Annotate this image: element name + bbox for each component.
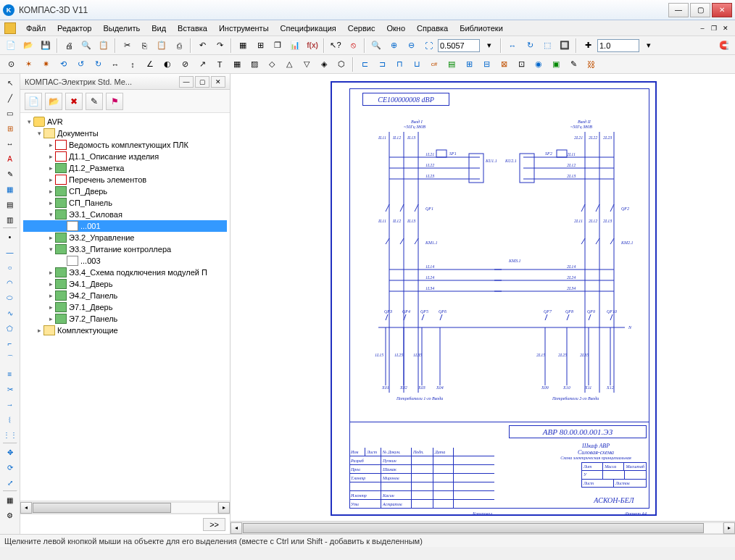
menu-editor[interactable]: Редактор [51,22,97,34]
vtool-grid-icon[interactable]: ⊞ [2,121,18,135]
save-file-icon[interactable]: 💾 [38,38,54,54]
symbol3-icon[interactable]: ▽ [299,57,315,72]
snap-intersect-icon[interactable]: ⟲ [55,57,71,72]
elec2-icon[interactable]: ⊠ [496,57,512,72]
tree-item[interactable]: ▸Э7.1_Дверь [23,301,227,313]
console-icon[interactable]: c# [426,57,442,72]
snap-endpoint-icon[interactable]: ⊙ [3,57,19,72]
snap-tangent-icon[interactable]: ↻ [90,57,106,72]
stop-icon[interactable]: ⦸ [345,38,361,54]
vtool-rect-icon[interactable]: ▭ [2,106,18,120]
vtool-sheet-icon[interactable]: ▥ [2,212,18,227]
tree-docs-folder[interactable]: ▾ Документы [23,128,227,139]
lib-icon[interactable]: ⊞ [461,57,477,72]
vtool-fillet-icon[interactable]: ⌒ [2,351,18,366]
menu-tools[interactable]: Инструменты [213,22,275,34]
maximize-button[interactable]: ▢ [690,3,710,17]
geom4-icon[interactable]: ⊔ [409,57,425,72]
fx-icon[interactable]: f(x) [304,38,320,54]
tree-item[interactable]: ▸Д1.2_Разметка [23,162,227,174]
panel-edit-icon[interactable]: ✎ [86,93,103,110]
tree-item[interactable]: ▸Э3.4_Схема подключения модулей П [23,267,227,278]
panel-maximize-button[interactable]: ▢ [195,76,209,88]
project-tree[interactable]: ▾ AVR ▾ Документы ▸Ведомость комплектующ… [20,113,230,501]
help-arrow-icon[interactable]: ↖? [328,38,344,54]
panel-delete-icon[interactable]: ✖ [65,93,83,110]
geom1-icon[interactable]: ⊏ [357,57,373,72]
vtool-poly-icon[interactable]: ⬠ [2,321,18,335]
tree-item[interactable]: ▸СП_Дверь [23,185,227,197]
vtool-point-icon[interactable]: • [2,230,18,244]
canvas-hscroll[interactable]: ◂ ▸ [231,521,735,534]
menu-window[interactable]: Окно [381,22,411,34]
zoom-window-icon[interactable]: ⛶ [420,38,436,54]
cursor-mode-icon[interactable]: ✚ [580,38,596,54]
tree-item[interactable]: ▸Д1.1_Описание изделия [23,151,227,162]
sys-menu-icon[interactable] [4,22,16,34]
tree-item[interactable]: ▸Ведомость комплектующих ПЛК [23,139,227,151]
copy-icon[interactable]: ⎘ [136,38,152,54]
design-icon[interactable]: ▤ [444,57,460,72]
scroll-left-icon[interactable]: ◂ [231,522,242,534]
drawing-canvas[interactable]: СЕ100000008 dВР Ввод I ~50Гц 380В Ввод I… [231,74,735,521]
vtool-array-icon[interactable]: ⋮⋮ [2,427,18,442]
tree-item[interactable]: ▾Э3.3_Питание контроллера [23,243,227,255]
symbol5-icon[interactable]: ⬡ [333,57,349,72]
vtool-arc-icon[interactable]: ◠ [2,275,18,290]
redo-icon[interactable]: ↷ [212,38,228,54]
vars-icon[interactable]: 📊 [287,38,303,54]
vtool-mirror-icon[interactable]: ⧙ [2,412,18,427]
scroll-right-icon[interactable]: ▸ [723,522,735,534]
layer-icon[interactable]: ▦ [235,38,251,54]
menu-spec[interactable]: Спецификация [275,22,342,34]
tree-item[interactable]: ▸Э3.2_Управление [23,232,227,243]
cut-icon[interactable]: ✂ [119,38,135,54]
vtool-extend-icon[interactable]: → [2,397,18,411]
vtool-segment-icon[interactable]: — [2,245,18,259]
dim-radius-icon[interactable]: ◐ [159,57,175,72]
snap-mid-icon[interactable]: ✶ [20,57,36,72]
panel-hscroll[interactable]: ◂ ▸ [20,501,230,514]
menu-view[interactable]: Вид [146,22,172,34]
grid-icon[interactable]: ⊞ [252,38,268,54]
tree-root[interactable]: ▾ AVR [23,116,227,128]
vtool-scale-icon[interactable]: ⤢ [2,475,18,490]
dim-align-icon[interactable]: ↕ [125,57,141,72]
panel-settings-icon[interactable]: ⚑ [106,93,123,110]
vtool-spline-icon[interactable]: ∿ [2,306,18,320]
zoom-in-icon[interactable]: ⊕ [386,38,402,54]
mode2-icon[interactable]: ✎ [565,57,581,72]
vtool-edit-icon[interactable]: ✎ [2,167,18,181]
geom3-icon[interactable]: ⊓ [391,57,407,72]
vtool-trim-icon[interactable]: ✂ [2,382,18,396]
vtool-offset-icon[interactable]: ≡ [2,367,18,381]
vtool-properties-icon[interactable]: ▦ [2,493,18,507]
elec4-icon[interactable]: ◉ [531,57,547,72]
properties-icon[interactable]: 📋 [96,38,112,54]
tree-item[interactable]: ▸Э7.2_Панель [23,313,227,325]
dim-diameter-icon[interactable]: ⊘ [177,57,193,72]
panel-close-button[interactable]: ✕ [211,76,225,88]
menu-file[interactable]: Файл [20,22,51,34]
new-file-icon[interactable]: 📄 [3,38,19,54]
text-icon[interactable]: T [212,57,228,72]
mdi-minimize[interactable]: – [697,23,707,33]
tree-item[interactable]: ...003 [23,255,227,267]
scroll-left-icon[interactable]: ◂ [20,502,32,514]
snap-center-icon[interactable]: ✷ [38,57,54,72]
tree-item[interactable]: ▾Э3.1_Силовая [23,209,227,220]
menu-select[interactable]: Выделить [97,22,146,34]
geom2-icon[interactable]: ⊐ [374,57,390,72]
tree-item[interactable]: ▸Перечень элементов [23,174,227,185]
tree-item[interactable]: ▸СП_Панель [23,197,227,209]
vtool-layers-icon[interactable]: ▦ [2,182,18,196]
zoom-value-input[interactable] [438,39,480,52]
leader-icon[interactable]: ↗ [194,57,210,72]
vtool-circle-icon[interactable]: ○ [2,260,18,275]
paste-special-icon[interactable]: ⎙ [171,38,187,54]
symbol4-icon[interactable]: ◈ [316,57,332,72]
tree-item[interactable]: ▸Э4.2_Панель [23,290,227,301]
print-icon[interactable]: 🖨 [61,38,77,54]
symbol2-icon[interactable]: △ [281,57,297,72]
panel-open-icon[interactable]: 📂 [45,93,62,110]
